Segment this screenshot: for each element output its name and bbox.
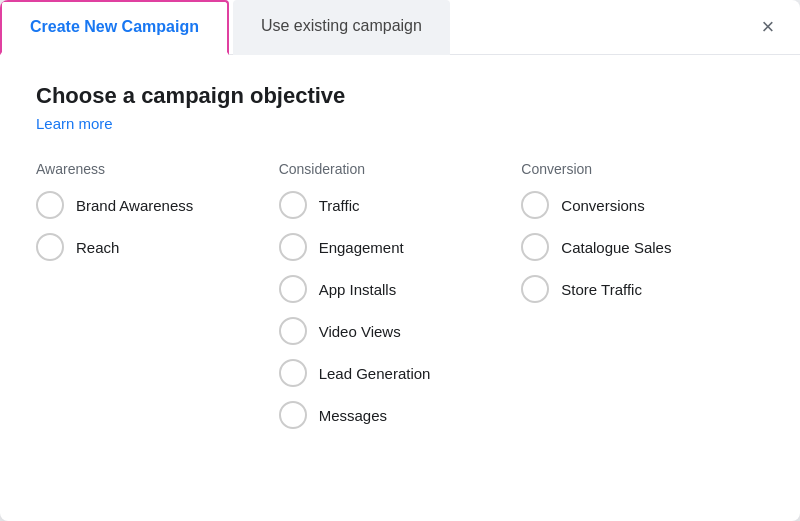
tab-create-new[interactable]: Create New Campaign [0,0,229,55]
objective-label: Video Views [319,323,401,340]
column-conversion: Conversion ConversionsCatalogue SalesSto… [521,161,764,429]
objective-list-awareness: Brand AwarenessReach [36,191,279,261]
objective-item[interactable]: Conversions [521,191,764,219]
objective-item[interactable]: Video Views [279,317,522,345]
objective-label: Store Traffic [561,281,642,298]
page-title: Choose a campaign objective [36,83,764,109]
radio-circle [279,275,307,303]
objective-label: Engagement [319,239,404,256]
column-awareness: Awareness Brand AwarenessReach [36,161,279,429]
learn-more-link[interactable]: Learn more [36,115,113,132]
radio-circle [279,191,307,219]
radio-circle [521,233,549,261]
objective-label: Messages [319,407,387,424]
objective-label: Catalogue Sales [561,239,671,256]
objective-label: App Installs [319,281,397,298]
column-label-awareness: Awareness [36,161,279,177]
radio-circle [279,317,307,345]
column-label-consideration: Consideration [279,161,522,177]
objective-label: Conversions [561,197,644,214]
objective-item[interactable]: Catalogue Sales [521,233,764,261]
objective-label: Traffic [319,197,360,214]
objective-label: Reach [76,239,119,256]
objective-item[interactable]: Traffic [279,191,522,219]
column-consideration: Consideration TrafficEngagementApp Insta… [279,161,522,429]
objective-item[interactable]: App Installs [279,275,522,303]
radio-circle [279,233,307,261]
close-button[interactable]: × [752,11,784,43]
column-label-conversion: Conversion [521,161,764,177]
radio-circle [279,401,307,429]
radio-circle [521,275,549,303]
objective-label: Lead Generation [319,365,431,382]
objective-item[interactable]: Messages [279,401,522,429]
objective-list-conversion: ConversionsCatalogue SalesStore Traffic [521,191,764,303]
objective-item[interactable]: Lead Generation [279,359,522,387]
objectives-grid: Awareness Brand AwarenessReach Considera… [36,161,764,429]
tab-use-existing[interactable]: Use existing campaign [233,0,450,55]
radio-circle [521,191,549,219]
objective-item[interactable]: Reach [36,233,279,261]
radio-circle [36,233,64,261]
radio-circle [279,359,307,387]
objective-item[interactable]: Engagement [279,233,522,261]
objective-label: Brand Awareness [76,197,193,214]
modal-body: Choose a campaign objective Learn more A… [0,55,800,521]
modal-header: Create New Campaign Use existing campaig… [0,0,800,55]
objective-item[interactable]: Store Traffic [521,275,764,303]
radio-circle [36,191,64,219]
objective-list-consideration: TrafficEngagementApp InstallsVideo Views… [279,191,522,429]
campaign-modal: Create New Campaign Use existing campaig… [0,0,800,521]
objective-item[interactable]: Brand Awareness [36,191,279,219]
